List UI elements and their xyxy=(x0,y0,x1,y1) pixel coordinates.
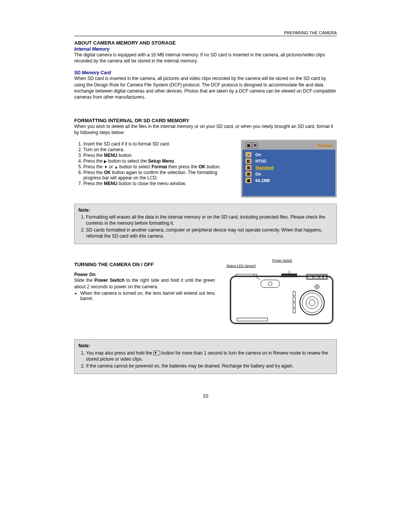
step-4: Press the ▶ button to select the Setup M… xyxy=(83,158,229,164)
header-section: PREPARING THE CAMERA xyxy=(284,30,337,35)
section-3-p1: Slide the Power Switch to the right side… xyxy=(74,277,215,289)
right-arrow-icon: ▶ xyxy=(104,159,107,163)
wrench-icon: ⚒ xyxy=(252,142,258,149)
lcd-row4-value: On xyxy=(255,172,261,176)
svg-rect-1 xyxy=(231,277,332,323)
usb-icon: ▥ xyxy=(245,165,252,170)
section-3-bullet1: When the camera is turned on, the lens b… xyxy=(80,291,215,301)
section-2-title: FORMATTING INTERNAL OR SD CARD MEMORY xyxy=(74,118,337,123)
svg-rect-6 xyxy=(282,274,297,277)
note1-item2: SD cards formatted in another camera, co… xyxy=(86,227,333,239)
camera-icon: ▣ xyxy=(245,142,252,149)
section-1-sub1: Internal Memory xyxy=(74,46,337,52)
step-5: Press the ▼ or ▲ button to select Format… xyxy=(83,164,229,169)
svg-point-13 xyxy=(315,284,319,289)
lcd-header: ▣⚒ Format xyxy=(242,141,335,150)
note2-label: Note: xyxy=(78,343,333,349)
lcd-row2-value: NTSC xyxy=(255,159,267,163)
section-1-p1: The digital camera is equipped with a 16… xyxy=(74,52,337,64)
section-1-sub2: SD Memory Card xyxy=(74,70,337,75)
diagram-label-power-switch: Power switch xyxy=(272,259,292,262)
step-6: Press the OK button again to confirm the… xyxy=(83,170,229,181)
section-3-title: TURNING THE CAMERA ON / OFF xyxy=(74,262,215,267)
lcd-screenshot: ▣⚒ Format 🔊On ◧NTSC ▥Standard ▤On ▦64.1M… xyxy=(241,140,337,198)
svg-point-9 xyxy=(300,291,324,315)
camera-outline-icon xyxy=(226,268,337,328)
note2-item1: You may also press and hold the button f… xyxy=(86,350,333,362)
date-icon: ▤ xyxy=(245,171,252,177)
note-box-1: Note: Formatting will erases all the dat… xyxy=(74,204,337,244)
svg-rect-22 xyxy=(293,303,295,307)
section-2-intro: When you wish to delete all the files in… xyxy=(74,123,337,136)
section-3-sub: Power On xyxy=(74,272,215,277)
svg-point-14 xyxy=(316,286,318,288)
svg-rect-21 xyxy=(293,297,295,302)
svg-point-10 xyxy=(302,293,322,313)
down-arrow-icon: ▼ xyxy=(104,165,108,169)
page-header: PREPARING THE CAMERA xyxy=(74,30,337,36)
note1-label: Note: xyxy=(78,207,333,213)
lcd-title: Format xyxy=(318,143,332,148)
lcd-row3-value: Standard xyxy=(255,165,274,170)
lcd-row5-value: 64.1MB xyxy=(255,178,270,183)
svg-point-11 xyxy=(306,297,318,309)
section-1-title: ABOUT CAMERA MEMORY AND STORAGE xyxy=(74,40,337,46)
camera-diagram: Power switch Status LED (green) xyxy=(226,259,337,328)
format-icon: ▦ xyxy=(245,178,252,183)
step-2: Turn on the camera. xyxy=(83,147,229,152)
manual-page: PREPARING THE CAMERA ABOUT CAMERA MEMORY… xyxy=(74,30,337,399)
svg-rect-24 xyxy=(237,318,268,321)
review-icon xyxy=(153,351,160,355)
lcd-row1-value: On xyxy=(255,152,261,157)
lcd-body: 🔊On ◧NTSC ▥Standard ▤On ▦64.1MB xyxy=(242,150,335,196)
section-1-p2: When SD card is inserted in the camera, … xyxy=(74,75,337,100)
svg-point-5 xyxy=(268,282,272,286)
format-steps-list: Insert the SD card if it is to format SD… xyxy=(74,141,229,186)
svg-rect-23 xyxy=(293,308,295,313)
svg-rect-20 xyxy=(293,291,295,296)
step-7: Press the MENU button to close the menu … xyxy=(83,181,229,186)
note1-item1: Formatting will erases all the data in t… xyxy=(86,214,333,226)
step-1: Insert the SD card if it is to format SD… xyxy=(83,141,229,147)
tv-icon: ◧ xyxy=(245,158,252,164)
up-arrow-icon: ▲ xyxy=(114,165,118,169)
page-number: 10 xyxy=(74,393,337,399)
svg-point-12 xyxy=(309,300,315,306)
note-box-2: Note: You may also press and hold the bu… xyxy=(74,339,337,374)
sound-icon: 🔊 xyxy=(245,152,252,157)
note2-item2: If the camera cannot be powered on, the … xyxy=(86,363,333,369)
lcd-tab-icons: ▣⚒ xyxy=(245,142,258,149)
section-3-bullets: When the camera is turned on, the lens b… xyxy=(74,291,215,301)
step-3: Press the MENU button. xyxy=(83,153,229,158)
diagram-label-status-led: Status LED (green) xyxy=(226,264,256,268)
svg-rect-4 xyxy=(261,280,280,288)
